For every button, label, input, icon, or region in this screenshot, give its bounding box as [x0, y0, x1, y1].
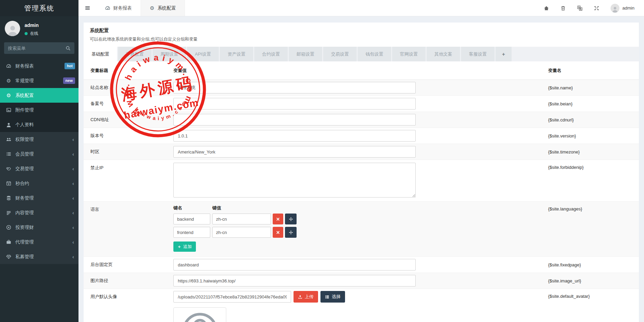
home-icon[interactable]: [544, 5, 549, 11]
variable-name: {$site.image_url}: [416, 278, 639, 283]
sidebar-item-permission-manage[interactable]: 权限管理 ‹: [0, 132, 78, 147]
config-card: 系统配置 可以在此增改系统的变量和分组,也可以自定义分组和变量 基础配置 字典配…: [84, 23, 639, 322]
fullscreen-icon[interactable]: [594, 5, 599, 11]
users-icon: [5, 137, 12, 142]
sidebar-item-label: 财务管理: [15, 195, 34, 201]
topbar-tab-finance-report[interactable]: 财务报表: [96, 0, 141, 16]
topbar-tab-label: 系统配置: [157, 5, 176, 11]
tab-contract-settings[interactable]: 合约设置: [254, 47, 288, 61]
config-tabs: 基础配置 字典配置 周期设置 API设置 资产设置 合约设置 邮箱设置 交易设置…: [84, 47, 639, 61]
chevron-left-icon: ‹: [72, 239, 74, 245]
tab-trade-settings[interactable]: 交易设置: [323, 47, 357, 61]
sidebar-item-finance-report[interactable]: 财务报表 hot: [0, 59, 78, 73]
remove-pair-button[interactable]: [273, 214, 283, 224]
choose-button[interactable]: 选择: [320, 291, 345, 303]
upload-button[interactable]: 上传: [294, 291, 318, 303]
tab-service-settings[interactable]: 客服设置: [461, 47, 495, 61]
hamburger-menu-icon[interactable]: [78, 0, 96, 16]
tab-period-settings[interactable]: 周期设置: [153, 47, 186, 61]
table-row: CDN地址 {$site.cdnurl}: [84, 112, 639, 128]
dashboard-icon: [5, 63, 12, 69]
sidebar-item-finance-manage[interactable]: 财务管理 ‹: [0, 191, 78, 205]
beian-input[interactable]: [173, 98, 416, 109]
gem-icon: [5, 254, 12, 259]
online-status-dot: [25, 32, 28, 35]
table-row: 禁止IP {$site.forbiddenip}: [84, 160, 639, 202]
tab-other-copy[interactable]: 其他文案: [427, 47, 460, 61]
append-button-label: 追加: [183, 244, 192, 250]
image-path-input[interactable]: [173, 275, 416, 287]
sidebar-item-agent-manage[interactable]: 代理管理 ‹: [0, 235, 78, 249]
briefcase-icon: [5, 239, 12, 245]
move-pair-button[interactable]: [285, 214, 297, 224]
sidebar-item-investment[interactable]: 投资理财 ‹: [0, 220, 78, 235]
table-row: 语言 键名 键值: [84, 202, 639, 257]
language-pair-row: [173, 214, 416, 224]
remove-pair-button[interactable]: [273, 227, 283, 238]
language-value-input[interactable]: [212, 214, 271, 224]
sidebar-item-general-manage[interactable]: ⚙ 常规管理 new: [0, 73, 78, 88]
timezone-input[interactable]: [173, 146, 416, 158]
language-key-input[interactable]: [173, 227, 210, 238]
topbar-user-menu[interactable]: admin: [611, 4, 634, 13]
calendar-x-icon: [5, 181, 12, 186]
row-label: 备案号: [84, 101, 173, 107]
row-label: 禁止IP: [84, 160, 173, 171]
sidebar-item-content-manage[interactable]: 内容管理 ‹: [0, 205, 78, 220]
tab-mail-settings[interactable]: 邮箱设置: [289, 47, 322, 61]
chevron-left-icon: ‹: [72, 136, 74, 142]
tab-dictionary-config[interactable]: 字典配置: [118, 47, 152, 61]
add-tab-button[interactable]: +: [496, 47, 512, 61]
site-name-input[interactable]: [173, 82, 416, 93]
handshake-icon: [5, 166, 12, 171]
tab-asset-settings[interactable]: 资产设置: [220, 47, 253, 61]
row-label: 时区: [84, 149, 173, 155]
key-header: 键名: [173, 205, 212, 211]
translate-icon[interactable]: [577, 5, 583, 11]
user-status: 在线: [25, 31, 39, 36]
language-value-input[interactable]: [212, 227, 271, 238]
language-key-input[interactable]: [173, 214, 210, 224]
row-label: 后台固定页: [84, 262, 173, 268]
app-logo-title[interactable]: 管理系统: [0, 0, 78, 16]
move-pair-button[interactable]: [285, 227, 297, 238]
table-row: 后台固定页 {$site.fixedpage}: [84, 257, 639, 273]
chevron-left-icon: ‹: [72, 166, 74, 172]
tab-api-settings[interactable]: API设置: [187, 47, 219, 61]
sidebar-item-label: 系统配置: [15, 92, 34, 99]
version-input[interactable]: [173, 130, 416, 142]
sidebar-item-member-manage[interactable]: 会员管理 ‹: [0, 147, 78, 161]
forbidden-ip-textarea[interactable]: [173, 163, 416, 197]
sidebar-item-label: 代理管理: [15, 239, 34, 245]
sidebar-item-second-contract[interactable]: 秒合约 ‹: [0, 176, 78, 191]
tab-wallet-settings[interactable]: 钱包设置: [358, 47, 391, 61]
variable-name: {$site.beian}: [416, 101, 639, 106]
search-input[interactable]: [8, 46, 63, 51]
user-icon: [5, 122, 12, 127]
table-header-row: 变量标题 变量值 变量名: [84, 61, 639, 80]
sidebar-item-trade-manage[interactable]: 交易管理 ‹: [0, 161, 78, 176]
sidebar-item-private-fund[interactable]: 私募管理 ‹: [0, 249, 78, 264]
table-row: 图片路径 {$site.image_url}: [84, 273, 639, 289]
topbar: 财务报表 ⚙ 系统配置 admin: [78, 0, 644, 16]
tab-basic-config[interactable]: 基础配置: [84, 47, 117, 61]
column-header-value: 变量值: [173, 68, 416, 74]
sidebar-item-attachment-manage[interactable]: 附件管理: [0, 103, 78, 117]
sidebar-item-profile[interactable]: 个人资料: [0, 117, 78, 132]
variable-name: {$site.languages}: [416, 202, 639, 211]
fixed-page-input[interactable]: [173, 259, 416, 270]
sidebar-item-system-config[interactable]: ⚙ 系统配置: [0, 88, 78, 103]
cdn-url-input[interactable]: [173, 114, 416, 126]
column-header-varname: 变量名: [416, 68, 639, 74]
search-icon[interactable]: [66, 46, 71, 51]
column-header-label: 变量标题: [84, 68, 173, 74]
tab-website-settings[interactable]: 官网设置: [392, 47, 426, 61]
default-avatar-input[interactable]: [173, 291, 291, 303]
trash-icon[interactable]: [560, 5, 566, 11]
append-button[interactable]: 追加: [173, 241, 196, 252]
sidebar-item-label: 交易管理: [15, 166, 34, 172]
topbar-tab-system-config[interactable]: ⚙ 系统配置: [141, 0, 185, 16]
topbar-username: admin: [622, 5, 634, 11]
row-label: 站点名称: [84, 85, 173, 91]
upload-button-label: 上传: [305, 294, 314, 300]
